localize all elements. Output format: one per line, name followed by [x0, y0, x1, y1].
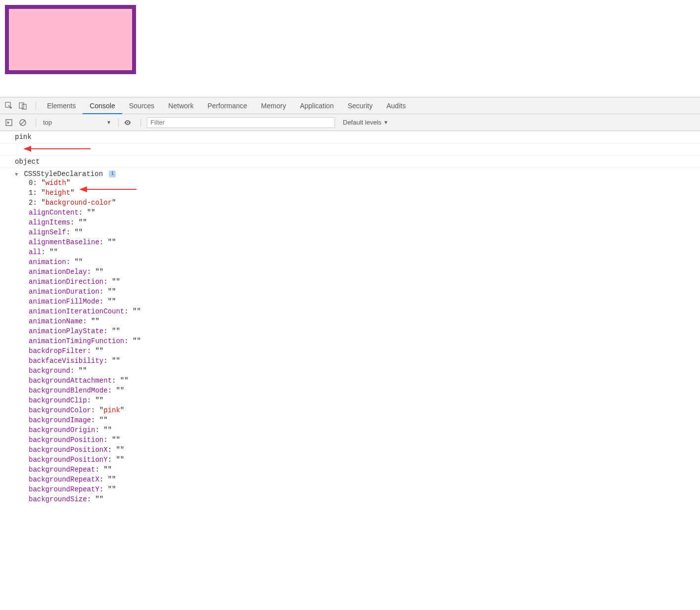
- context-selector[interactable]: top ▼: [40, 117, 114, 128]
- console-log-line-blank[interactable]: [0, 143, 700, 156]
- devtools-tab-elements[interactable]: Elements: [40, 97, 83, 114]
- object-property-row[interactable]: backgroundPositionY: "": [29, 455, 695, 465]
- devtools-tab-performance[interactable]: Performance: [200, 97, 254, 114]
- log-text: object: [15, 158, 40, 166]
- object-property-row[interactable]: animationFillMode: "": [29, 297, 695, 306]
- devtools-tab-security[interactable]: Security: [341, 97, 380, 114]
- object-header[interactable]: ▼ CSSStyleDeclaration i: [15, 170, 695, 178]
- object-property-row[interactable]: backgroundColor: "pink": [29, 405, 695, 415]
- object-property-row[interactable]: backgroundOrigin: "": [29, 425, 695, 435]
- object-property-row[interactable]: alignItems: "": [29, 218, 695, 227]
- object-property-row[interactable]: 2: "background-color": [29, 198, 695, 208]
- object-property-row[interactable]: 1: "height": [29, 188, 695, 198]
- filter-input[interactable]: [147, 117, 335, 128]
- devtools-tab-sources[interactable]: Sources: [122, 97, 161, 114]
- console-output: pink object ▼ CSSStyleDeclaration i 0: "…: [0, 131, 700, 506]
- object-property-row[interactable]: backgroundSize: "": [29, 494, 695, 504]
- object-property-row[interactable]: backgroundRepeatX: "": [29, 475, 695, 484]
- separator: [36, 101, 36, 110]
- devtools-tab-network[interactable]: Network: [161, 97, 200, 114]
- object-property-row[interactable]: backgroundRepeatY: "": [29, 484, 695, 494]
- devtools-tab-memory[interactable]: Memory: [254, 97, 293, 114]
- devtools-tab-audits[interactable]: Audits: [379, 97, 413, 114]
- styled-div-outer: [5, 5, 136, 74]
- devtools-panel: ElementsConsoleSourcesNetworkPerformance…: [0, 97, 700, 506]
- inspect-element-icon[interactable]: [4, 101, 14, 111]
- log-levels-label: Default levels: [343, 119, 381, 126]
- chevron-down-icon: ▼: [383, 120, 388, 125]
- devtools-tab-console[interactable]: Console: [83, 97, 122, 114]
- object-property-row[interactable]: backgroundAttachment: "": [29, 376, 695, 386]
- object-property-row[interactable]: backgroundPosition: "": [29, 435, 695, 445]
- object-property-row[interactable]: animationName: "": [29, 316, 695, 326]
- object-property-row[interactable]: alignContent: "": [29, 208, 695, 218]
- devtools-tab-application[interactable]: Application: [293, 97, 341, 114]
- object-property-row[interactable]: background: "": [29, 366, 695, 376]
- console-log-line[interactable]: pink: [0, 131, 700, 143]
- live-expression-icon[interactable]: [123, 118, 133, 128]
- separator: [118, 118, 119, 127]
- object-property-row[interactable]: animationIterationCount: "": [29, 306, 695, 316]
- separator: [140, 118, 141, 127]
- object-property-row[interactable]: animationDuration: "": [29, 287, 695, 297]
- styled-div-inner: [9, 9, 132, 70]
- object-property-row[interactable]: animationTimingFunction: "": [29, 336, 695, 346]
- page-content-area: [0, 0, 700, 97]
- log-levels-selector[interactable]: Default levels ▼: [339, 117, 392, 128]
- svg-rect-1: [19, 103, 24, 108]
- object-property-row[interactable]: animation: "": [29, 257, 695, 267]
- console-toolbar: top ▼ Default levels ▼: [0, 114, 700, 131]
- execution-context-icon[interactable]: [4, 118, 14, 128]
- context-label: top: [43, 119, 52, 126]
- info-badge-icon[interactable]: i: [109, 171, 116, 177]
- log-text: pink: [15, 133, 32, 141]
- object-property-row[interactable]: backgroundImage: "": [29, 415, 695, 425]
- object-property-row[interactable]: animationPlayState: "": [29, 326, 695, 336]
- object-tree: ▼ CSSStyleDeclaration i 0: "width"1: "he…: [0, 168, 700, 506]
- object-property-row[interactable]: animationDirection: "": [29, 277, 695, 287]
- separator: [36, 118, 36, 127]
- devtools-tabs-bar: ElementsConsoleSourcesNetworkPerformance…: [0, 97, 700, 114]
- object-class-name: CSSStyleDeclaration: [24, 170, 103, 178]
- object-property-row[interactable]: all: "": [29, 247, 695, 257]
- object-property-row[interactable]: animationDelay: "": [29, 267, 695, 277]
- console-log-line[interactable]: object: [0, 156, 700, 168]
- object-property-row[interactable]: alignSelf: "": [29, 227, 695, 237]
- device-toggle-icon[interactable]: [18, 101, 28, 111]
- chevron-down-icon: ▼: [106, 120, 111, 125]
- object-property-row[interactable]: backdropFilter: "": [29, 346, 695, 356]
- object-property-row[interactable]: backfaceVisibility: "": [29, 356, 695, 366]
- object-property-row[interactable]: backgroundBlendMode: "": [29, 386, 695, 395]
- object-property-row[interactable]: backgroundPositionX: "": [29, 445, 695, 455]
- object-property-row[interactable]: 0: "width": [29, 178, 695, 188]
- property-list: 0: "width"1: "height"2: "background-colo…: [15, 178, 695, 504]
- clear-console-icon[interactable]: [18, 118, 28, 128]
- object-property-row[interactable]: backgroundRepeat: "": [29, 465, 695, 475]
- object-property-row[interactable]: backgroundClip: "": [29, 395, 695, 405]
- annotation-arrow: [22, 144, 92, 153]
- disclosure-triangle-icon: ▼: [15, 172, 20, 177]
- object-property-row[interactable]: alignmentBaseline: "": [29, 237, 695, 247]
